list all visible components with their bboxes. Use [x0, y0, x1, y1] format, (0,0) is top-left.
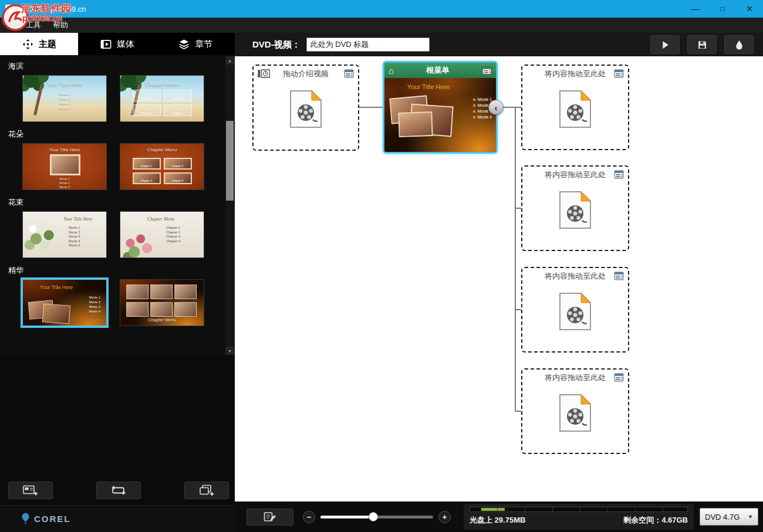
thumbnail-lines: Movie 1Movie 2Movie 3Movie 4	[23, 92, 106, 110]
scroll-down-icon[interactable]: ▼	[225, 347, 234, 355]
theme-thumbnail[interactable]: Your Title Here Movie 1Movie 2Movie 3Mov…	[22, 211, 107, 258]
loop-playback-button[interactable]	[96, 482, 141, 499]
menu-list-icon[interactable]	[614, 272, 624, 280]
theme-thumbnail-selected[interactable]: Your Title Here Movie 1Movie 2Movie 3Mov…	[22, 279, 107, 326]
play-icon	[660, 40, 670, 50]
thumbnail-title: Chapter Menu	[120, 147, 204, 153]
theme-thumbnail[interactable]: Chapter Menu Chapter 1Chapter 2Chapter 3…	[120, 211, 204, 258]
burn-drop-icon	[734, 40, 744, 50]
theme-category-label: 花束	[8, 197, 225, 208]
app-icon	[5, 4, 14, 13]
left-panel: 主题 媒体 章节	[0, 33, 235, 532]
decorative-art	[398, 111, 433, 137]
video-file-icon	[558, 89, 592, 129]
disc-type-select[interactable]: DVD 4.7G ▼	[700, 508, 758, 526]
theme-thumbnail[interactable]: Chapter Menu Chapter 1Chapter 2Chapter 3…	[120, 143, 204, 190]
media-icon	[100, 39, 112, 50]
thumbnail-title: Chapter Menu	[120, 317, 204, 323]
minimize-button[interactable]: —	[682, 0, 709, 18]
window-title: MyDVD - pc0359.cn	[18, 5, 86, 13]
thumbnail-title: Your Title Here	[23, 147, 106, 153]
save-button[interactable]	[687, 35, 717, 54]
tab-media[interactable]: 媒体	[78, 33, 156, 55]
theme-thumbnail[interactable]: Chapter Menu Chapter 1Chapter 2Chapter 3…	[120, 75, 204, 122]
content-dropzone[interactable]: 将内容拖动至此处	[521, 368, 629, 454]
theme-category: 花束 Your Title Here Movie 1Movie 2Movie 3…	[0, 197, 225, 258]
thumbnail-lines: Chapter 1Chapter 2Chapter 3Chapter 4	[166, 226, 180, 243]
tab-label: 章节	[195, 39, 212, 50]
menu-list-icon[interactable]	[614, 373, 624, 382]
zoom-out-button[interactable]: −	[303, 511, 315, 523]
theme-category-label: 精华	[8, 265, 225, 276]
capacity-bar	[470, 507, 688, 512]
themes-icon	[22, 39, 33, 50]
title-bar: MyDVD - pc0359.cn — □ ✕	[0, 0, 763, 18]
collapse-button[interactable]: ‹	[488, 100, 504, 115]
chapter-grid: Chapter 1Chapter 2Chapter 3Chapter 4	[130, 90, 194, 116]
decorative-art	[126, 284, 200, 317]
scrollbar-track[interactable]	[225, 65, 234, 347]
zoom-slider[interactable]	[320, 516, 433, 519]
theme-thumbnail[interactable]: Your Title Here Movie 1Movie 2Movie 3	[22, 143, 107, 190]
zoom-in-button[interactable]: +	[438, 511, 451, 523]
scroll-up-icon[interactable]: ▲	[225, 56, 234, 65]
disc-capacity-panel: 光盘上 29.75MB 剩余空间：4.67GB	[464, 504, 694, 530]
chapter-grid: Chapter 1Chapter 2Chapter 3Chapter 4	[130, 158, 194, 184]
video-file-icon	[289, 89, 323, 129]
video-file-icon	[558, 292, 592, 331]
disc-used-text: 光盘上 29.75MB	[470, 515, 525, 526]
content-dropzone[interactable]: 将内容拖动至此处	[521, 267, 629, 353]
corel-logo-text: COREL	[34, 514, 71, 524]
thumbnail-title: Your Title Here	[23, 284, 90, 290]
loop-icon	[111, 484, 126, 496]
content-dropzone[interactable]: 将内容拖动至此处	[521, 65, 629, 150]
tab-label: 媒体	[117, 39, 134, 50]
intro-video-dropzone[interactable]: 拖动介绍视频	[252, 65, 359, 151]
close-button[interactable]: ✕	[736, 0, 763, 18]
panel-tab-bar: 主题 媒体 章节	[0, 33, 235, 55]
add-submenu-icon	[199, 484, 214, 496]
tab-chapters[interactable]: 章节	[157, 33, 235, 55]
corel-balloon-icon	[21, 513, 30, 525]
theme-category: 精华 Your Title Here Movie 1Movie 2Movie 3…	[0, 265, 225, 326]
menu-tools[interactable]: 工具	[20, 20, 47, 31]
capacity-used-fill	[481, 508, 505, 511]
theme-category-label: 海滨	[8, 61, 225, 72]
preview-button[interactable]	[650, 35, 680, 54]
menu-help[interactable]: 帮助	[47, 20, 74, 31]
theme-category-label: 花朵	[8, 129, 225, 140]
dvd-video-label: DVD-视频：	[252, 39, 301, 50]
menu-list-icon[interactable]	[614, 69, 624, 78]
edit-menu-button[interactable]	[247, 509, 293, 526]
thumbnail-title: Chapter Menu	[120, 216, 201, 222]
bottom-bar: − + 光盘上 29.75MB 剩余空间：4.67GB	[235, 501, 763, 532]
scrollbar-thumb[interactable]	[226, 121, 234, 201]
content-dropzone[interactable]: 将内容拖动至此处	[521, 165, 629, 251]
theme-thumbnail[interactable]: Your Title Here Movie 1Movie 2Movie 3Mov…	[22, 75, 107, 122]
theme-scrollbar[interactable]: ▲ ▼	[225, 56, 234, 355]
dropzone-label: 将内容拖动至此处	[545, 170, 606, 180]
decorative-art	[121, 229, 161, 258]
menu-list-icon[interactable]	[482, 66, 492, 75]
space-left-text: 剩余空间：4.67GB	[623, 515, 688, 526]
theme-thumbnail[interactable]: Chapter Menu	[120, 279, 204, 326]
dvd-title-input[interactable]	[306, 38, 430, 52]
app-window: MyDVD - pc0359.cn — □ ✕ 河东软件园 pc0359.cn …	[0, 0, 763, 532]
burn-button[interactable]	[724, 35, 754, 54]
zoom-slider-fill	[320, 516, 373, 519]
save-icon	[697, 40, 707, 50]
thumbnail-title: Your Title Here	[23, 81, 106, 87]
root-menu-node[interactable]: ⌂ 根菜单 Your Tit	[383, 61, 498, 154]
root-menu-preview: Your Title Here Movie 1Movie 2Movie 3Mov…	[384, 78, 496, 152]
maximize-button[interactable]: □	[709, 0, 736, 18]
tab-themes[interactable]: 主题	[0, 33, 78, 55]
zoom-control: − +	[303, 511, 451, 523]
menu-list-icon[interactable]	[344, 69, 354, 78]
thumbnail-lines: Movie 1Movie 2Movie 3Movie 4Movie 5	[69, 226, 80, 248]
zoom-slider-thumb[interactable]	[369, 512, 378, 521]
add-menu-button[interactable]	[8, 482, 53, 499]
dropzone-label: 将内容拖动至此处	[545, 69, 606, 79]
add-submenu-button[interactable]	[184, 482, 229, 499]
add-menu-icon	[23, 484, 38, 496]
menu-list-icon[interactable]	[614, 170, 624, 179]
